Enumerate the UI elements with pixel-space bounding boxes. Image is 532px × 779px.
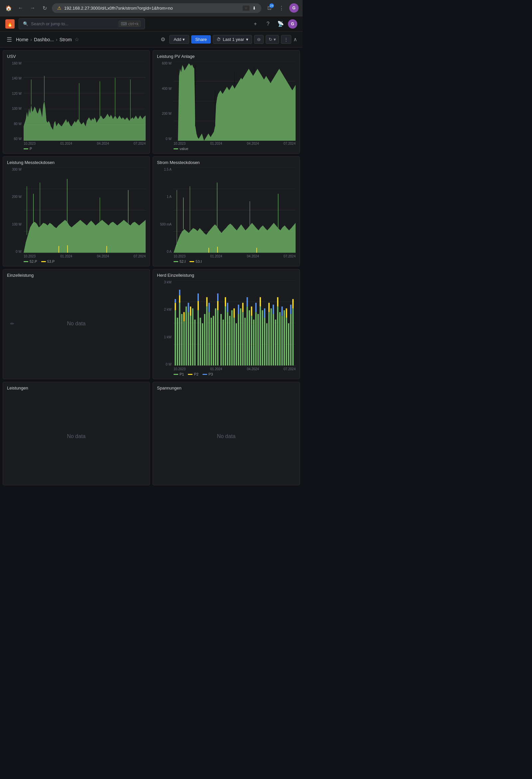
zoom-out-btn[interactable]: ⊖ bbox=[254, 35, 264, 44]
more-options-btn[interactable]: ⋮ bbox=[281, 35, 291, 44]
nav-back-btn[interactable]: ← bbox=[16, 3, 25, 13]
panel-herd-einzelleistung: Herd Einzelleistung 3 kW 2 kW 1 kW 0 W bbox=[153, 269, 300, 379]
browser-menu-btn[interactable]: ⋮ bbox=[276, 3, 287, 13]
browser-download-icon: ⬇ bbox=[252, 6, 256, 11]
strom-mess-chart: 1.5 A 1 A 500 mA 0 A bbox=[157, 168, 295, 263]
svg-rect-79 bbox=[222, 320, 224, 366]
panel-strom-mess-body: 1.5 A 1 A 500 mA 0 A bbox=[153, 166, 300, 266]
svg-rect-59 bbox=[177, 318, 178, 366]
leistung-mess-svg bbox=[23, 168, 146, 253]
svg-rect-119 bbox=[225, 297, 226, 306]
dashboard-toolbar: ☰ Home › Dashbo... › Strom ☆ ⚙ Add ▾ Sha… bbox=[0, 32, 303, 48]
user-profile-btn[interactable]: G bbox=[288, 19, 297, 28]
usv-chart: 160 W 140 W 120 W 100 W 80 W 60 W bbox=[7, 62, 146, 151]
grafana-topbar: 🔥 🔍 Search or jump to... ⌨ ctrl+k + ? 📡 … bbox=[0, 16, 303, 32]
svg-rect-94 bbox=[255, 312, 257, 365]
legend-52i-label: 52.I bbox=[180, 259, 186, 263]
notif-badge: 29 bbox=[269, 3, 274, 8]
user-avatar[interactable]: G bbox=[289, 3, 298, 13]
svg-rect-137 bbox=[255, 303, 257, 312]
panel-strom-mess-header: Strom Messteckdosen bbox=[153, 157, 300, 166]
svg-rect-58 bbox=[175, 310, 176, 366]
notif-btn[interactable]: ⊡ 29 bbox=[264, 3, 275, 13]
edit-icon[interactable]: ✏ bbox=[10, 321, 14, 326]
svg-rect-135 bbox=[238, 305, 239, 314]
panel-einzelleistung: Einzelleistung ✏ No data bbox=[3, 269, 150, 379]
news-btn[interactable]: 📡 bbox=[275, 19, 286, 29]
add-panel-btn[interactable]: Add ▾ bbox=[169, 35, 189, 44]
svg-rect-109 bbox=[288, 323, 289, 366]
favorite-btn[interactable]: ☆ bbox=[74, 36, 79, 43]
breadcrumb: Home › Dashbo... › Strom bbox=[16, 37, 72, 42]
svg-rect-72 bbox=[206, 307, 207, 366]
svg-rect-77 bbox=[217, 310, 218, 366]
dashboard-grid: USV 160 W 140 W 120 W 100 W 80 W 60 W bbox=[0, 48, 303, 488]
address-bar[interactable]: ⚠ 192.168.2.27:3000/d/Lx0fh7snk/strom?or… bbox=[52, 3, 261, 13]
panel-leistung-mess-header: Leistung Messteckdosen bbox=[3, 157, 150, 166]
legend-53p: 53.P bbox=[41, 259, 55, 263]
time-range-btn[interactable]: ⏱ Last 1 year ▾ bbox=[213, 35, 252, 44]
collapse-btn[interactable]: ∧ bbox=[293, 36, 297, 43]
svg-rect-75 bbox=[213, 316, 214, 366]
time-range-label: Last 1 year bbox=[223, 37, 244, 42]
legend-52p: 52.P bbox=[23, 259, 37, 263]
toolbar-actions: ⚙ Add ▾ Share ⏱ Last 1 year ▾ ⊖ ↻ ▾ ⋮ ∧ bbox=[158, 34, 297, 45]
svg-rect-89 bbox=[244, 318, 246, 366]
breadcrumb-home[interactable]: Home bbox=[16, 37, 28, 42]
legend-53p-color bbox=[41, 261, 46, 262]
nav-forward-btn[interactable]: → bbox=[28, 3, 37, 13]
refresh-btn[interactable]: ↻ ▾ bbox=[266, 35, 279, 44]
legend-p3-color bbox=[202, 374, 207, 375]
strom-mess-legend: 52.I 53.I bbox=[174, 259, 202, 263]
svg-rect-80 bbox=[225, 307, 226, 366]
sidebar-toggle-btn[interactable]: ☰ bbox=[5, 35, 13, 45]
svg-rect-84 bbox=[234, 318, 235, 366]
spannungen-no-data-text: No data bbox=[217, 433, 236, 439]
leistung-mess-legend: 52.P 53.P bbox=[23, 259, 55, 263]
svg-rect-133 bbox=[217, 293, 218, 301]
svg-rect-113 bbox=[179, 295, 180, 303]
strom-mess-y-axis: 1.5 A 1 A 500 mA 0 A bbox=[157, 168, 173, 253]
svg-rect-112 bbox=[175, 303, 176, 310]
url-text: 192.168.2.27:3000/d/Lx0fh7snk/strom?orgI… bbox=[64, 6, 173, 11]
svg-rect-104 bbox=[277, 307, 278, 366]
panel-strom-mess: Strom Messteckdosen 1.5 A 1 A 500 mA 0 A bbox=[153, 156, 300, 266]
svg-rect-136 bbox=[247, 297, 248, 306]
herd-chart: 3 kW 2 kW 1 kW 0 W bbox=[157, 281, 295, 376]
legend-52i-color bbox=[174, 261, 178, 262]
panel-leistungen-header: Leistungen bbox=[3, 382, 150, 392]
pv-chart: 600 W 400 W 200 W 0 W bbox=[157, 62, 295, 151]
browser-chrome: 🏠 ← → ↻ ⚠ 192.168.2.27:3000/d/Lx0fh7snk/… bbox=[0, 0, 303, 16]
nav-refresh-btn[interactable]: ↻ bbox=[40, 3, 49, 13]
svg-rect-83 bbox=[231, 310, 233, 366]
svg-rect-93 bbox=[253, 320, 254, 366]
legend-p-color bbox=[23, 148, 28, 149]
svg-rect-118 bbox=[217, 301, 218, 310]
strom-mess-svg bbox=[174, 168, 295, 253]
svg-rect-91 bbox=[249, 310, 250, 366]
svg-rect-102 bbox=[273, 314, 274, 366]
search-bar[interactable]: 🔍 Search or jump to... ⌨ ctrl+k bbox=[19, 18, 145, 29]
browser-star-icon: ☆ bbox=[243, 5, 250, 11]
breadcrumb-dashbo[interactable]: Dashbo... bbox=[34, 37, 54, 42]
help-btn[interactable]: ? bbox=[263, 19, 273, 29]
panel-usv-body: 160 W 140 W 120 W 100 W 80 W 60 W bbox=[3, 60, 150, 153]
panel-herd-einzelleistung-header: Herd Einzelleistung bbox=[153, 269, 300, 279]
dashboard-settings-btn[interactable]: ⚙ bbox=[158, 34, 167, 45]
herd-y-axis: 3 kW 2 kW 1 kW 0 W bbox=[157, 281, 173, 366]
share-btn[interactable]: Share bbox=[191, 35, 211, 44]
svg-rect-86 bbox=[238, 314, 239, 366]
legend-p1: P1 bbox=[174, 372, 184, 376]
nav-home-btn[interactable]: 🏠 bbox=[4, 3, 13, 13]
grafana-logo[interactable]: 🔥 bbox=[5, 19, 15, 28]
panel-usv-title: USV bbox=[7, 54, 16, 59]
spannungen-no-data: No data bbox=[157, 393, 295, 480]
panel-strom-mess-title: Strom Messteckdosen bbox=[157, 160, 200, 165]
legend-53i: 53.I bbox=[190, 259, 201, 263]
legend-p: P bbox=[23, 147, 32, 151]
svg-rect-90 bbox=[247, 307, 248, 366]
add-panel-btn[interactable]: + bbox=[250, 19, 261, 29]
svg-rect-116 bbox=[198, 301, 199, 310]
svg-rect-62 bbox=[183, 321, 185, 365]
legend-p1-color bbox=[174, 374, 178, 375]
